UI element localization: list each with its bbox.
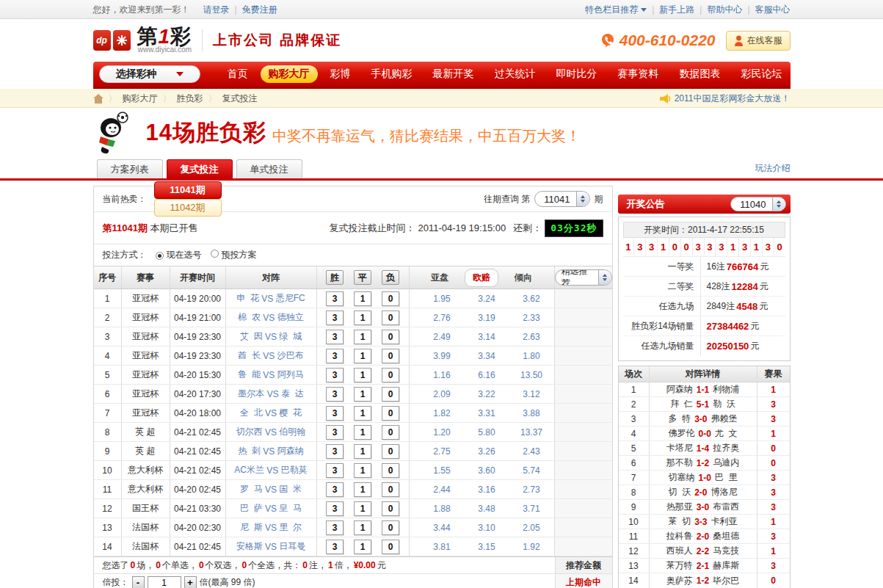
nav-item[interactable]: 赛事资料 [610,65,667,83]
lose-button[interactable]: 0 [382,311,399,325]
match-pair[interactable]: 墨尔本 VS 泰 达 [226,385,317,403]
breadcrumb-item[interactable]: 复式投注 [222,93,258,104]
last-period-hit-button[interactable]: 上期命中 [555,574,612,588]
lose-button[interactable]: 0 [382,520,399,535]
radio-button[interactable] [211,250,219,258]
tab-single-bet[interactable]: 单式投注 [236,159,302,178]
draw-button[interactable]: 1 [354,368,371,382]
win-button[interactable]: 3 [326,463,344,478]
featured-menu[interactable]: 特色栏目推荐 [585,4,638,16]
nav-item[interactable]: 手机购彩 [363,65,421,83]
draw-button[interactable]: 1 [354,501,371,516]
home-icon[interactable] [93,94,103,104]
tab-plan-list[interactable]: 方案列表 [97,159,163,178]
win-button[interactable]: 3 [326,520,344,535]
topbar-link[interactable]: 新手上路 [659,4,694,15]
tab-multiple-bet[interactable]: 复式投注 [167,159,233,178]
draw-button[interactable]: 1 [354,444,371,459]
recommend-amount-button[interactable]: 推荐金额 [555,557,612,573]
win-button[interactable]: 3 [326,425,344,440]
match-pair[interactable]: 酋 长 VS 沙巴布 [226,346,317,365]
draw-button[interactable]: 1 [354,520,371,535]
odds-tab-asian[interactable]: 亚盘 [424,269,456,286]
draw-button[interactable]: 1 [354,387,371,402]
draw-button[interactable]: 1 [354,540,371,554]
nav-item[interactable]: 购彩大厅 [261,65,318,83]
win-button[interactable]: 3 [326,330,344,344]
nav-item[interactable]: 即时比分 [548,65,606,83]
match-pair[interactable]: 鲁 能 VS 阿列马 [226,366,317,384]
nav-item[interactable]: 最新开奖 [425,65,482,83]
match-pair[interactable]: 罗 马 VS 国 米 [226,480,317,498]
breadcrumb-item[interactable]: 购彩大厅 [123,93,158,104]
win-button[interactable]: 3 [326,444,344,459]
lose-button[interactable]: 0 [382,330,399,344]
win-button[interactable]: 3 [326,482,344,497]
draw-button[interactable]: 1 [354,349,371,363]
lose-button[interactable]: 0 [382,444,399,459]
recommend-select[interactable]: 精选推荐 [555,269,612,286]
select-all-draw-button[interactable]: 平 [354,270,371,285]
lose-button[interactable]: 0 [382,425,399,440]
match-pair[interactable]: 巴 萨 VS 皇 马 [226,499,317,518]
online-service-button[interactable]: 在线客服 [726,31,791,51]
nav-item[interactable]: 数据图表 [672,65,729,83]
win-button[interactable]: 3 [326,387,344,402]
site-logo[interactable]: dp 第1彩 www.diyicai.com [93,27,192,54]
lose-button[interactable]: 0 [382,463,399,478]
nav-item[interactable]: 彩博 [322,65,359,83]
login-link[interactable]: 请登录 [203,4,230,16]
draw-button[interactable]: 1 [354,482,371,497]
match-pair[interactable]: 全 北 VS 樱 花 [226,404,317,422]
match-pair[interactable]: 申 花 VS 悉尼FC [226,289,317,308]
howto-play-link[interactable]: 玩法介绍 [755,162,791,178]
odds-tab-trend[interactable]: 倾向 [507,269,539,286]
lottery-type-select[interactable]: 选择彩种 [99,65,200,83]
win-button[interactable]: 3 [326,291,344,306]
match-pair[interactable]: 棉 农 VS 德独立 [226,308,317,327]
win-button[interactable]: 3 [326,311,344,325]
lose-button[interactable]: 0 [382,406,399,421]
stepper-icon[interactable] [598,269,611,286]
stepper-icon[interactable] [576,191,589,207]
draw-button[interactable]: 1 [354,463,371,478]
nav-item[interactable]: 过关统计 [487,65,544,83]
radio-button[interactable] [156,252,164,260]
lose-button[interactable]: 0 [382,482,399,497]
multiplier-plus-button[interactable]: + [184,576,197,588]
draw-button[interactable]: 1 [354,311,371,325]
draw-button[interactable]: 1 [354,291,371,306]
lose-button[interactable]: 0 [382,501,399,516]
lose-button[interactable]: 0 [382,368,399,382]
period-button[interactable]: 11041期 [154,181,222,199]
win-button[interactable]: 3 [326,406,344,421]
multiplier-input[interactable] [148,576,181,588]
match-pair[interactable]: 热 刺 VS 阿森纳 [226,442,317,460]
lose-button[interactable]: 0 [382,349,399,363]
draw-button[interactable]: 1 [354,425,371,440]
match-pair[interactable]: 艾 因 VS 绿 城 [226,327,317,346]
select-all-lose-button[interactable]: 负 [382,270,399,285]
win-button[interactable]: 3 [326,368,344,382]
odds-tab-euro[interactable]: 欧赔 [465,269,498,287]
nav-item[interactable]: 首页 [219,65,256,83]
topbar-link[interactable]: 客服中心 [755,4,791,15]
win-button[interactable]: 3 [326,501,344,516]
stepper-icon[interactable] [772,197,785,211]
nav-item[interactable]: 彩民论坛 [733,65,791,83]
topbar-link[interactable]: 帮助中心 [707,4,742,15]
breadcrumb-item[interactable]: 胜负彩 [177,93,203,104]
draw-button[interactable]: 1 [354,406,371,421]
match-pair[interactable]: 安格斯 VS 日耳曼 [226,537,317,556]
draw-button[interactable]: 1 [354,330,371,344]
select-all-win-button[interactable]: 胜 [326,270,344,285]
period-query-select[interactable]: 11041 [534,191,589,207]
promo-link[interactable]: 2011中国足彩网彩金大放送！ [660,92,791,105]
win-button[interactable]: 3 [326,349,344,363]
match-pair[interactable]: AC米兰 VS 巴勒莫 [226,461,317,479]
lose-button[interactable]: 0 [382,387,399,402]
lose-button[interactable]: 0 [382,540,399,554]
period-button[interactable]: 11042期 [154,199,222,217]
announce-period-select[interactable]: 11040 [730,197,785,211]
win-button[interactable]: 3 [326,540,344,554]
